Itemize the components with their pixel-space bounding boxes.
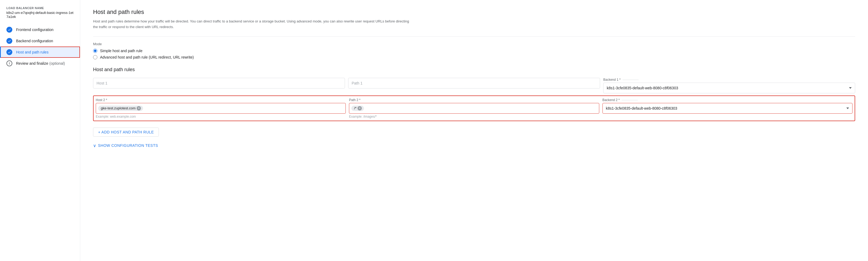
radio-group: Simple host and path rule Advanced host … (93, 49, 855, 59)
check-icon-backend (6, 38, 12, 44)
lb-label: Load Balancer name (6, 6, 73, 10)
backend-2-label: Backend 2 * (602, 98, 852, 102)
host-2-label: Host 2 * (96, 98, 346, 102)
host-2-input[interactable]: gke-test.zuplotest.com ✕ (96, 103, 346, 113)
radio-simple-input[interactable] (93, 49, 97, 53)
sidebar-label-frontend: Frontend configuration (16, 28, 54, 32)
main-content: Host and path rules Host and path rules … (80, 0, 868, 261)
col-path-1 (348, 78, 600, 89)
check-icon-frontend (6, 27, 12, 33)
page-title: Host and path rules (93, 8, 855, 15)
path-2-input[interactable]: /* ✕ (349, 103, 599, 113)
path-chip: /* ✕ (351, 106, 364, 111)
host-1-input[interactable] (93, 78, 345, 89)
radio-simple-label: Simple host and path rule (100, 49, 143, 53)
col-host-2: Host 2 * gke-test.zuplotest.com ✕ Exampl… (96, 98, 346, 119)
backend-1-select[interactable]: k8s1-3cfe0835-default-web-8080-c8f06303 (603, 83, 855, 93)
check-icon-host-path (6, 49, 12, 55)
backend-1-wrapper: k8s1-3cfe0835-default-web-8080-c8f06303 (603, 83, 855, 93)
col-backend-2: Backend 2 * k8s1-3cfe0835-default-web-80… (602, 98, 852, 113)
radio-simple[interactable]: Simple host and path rule (93, 49, 855, 53)
sidebar-label-review: Review and finalize (optional) (16, 61, 65, 66)
lb-name: k8s2-um-e7qoqfnj-default-basic-ingress-1… (6, 11, 73, 19)
radio-advanced-input[interactable] (93, 55, 97, 59)
sidebar-item-review[interactable]: i Review and finalize (optional) (0, 58, 80, 69)
sidebar-item-backend[interactable]: Backend configuration (0, 35, 80, 46)
show-config-button[interactable]: ∨ SHOW CONFIGURATION TESTS (93, 143, 158, 148)
path-2-example: Example: /images/* (349, 115, 599, 119)
mode-section: Mode Simple host and path rule Advanced … (93, 42, 855, 59)
host-chip-close[interactable]: ✕ (137, 106, 141, 110)
backend-2-select[interactable]: k8s1-3cfe0835-default-web-8080-c8f06303 (602, 103, 852, 113)
rule-row-1: Backend 1 * k8s1-3cfe0835-default-web-80… (93, 78, 855, 93)
rule-row-2-wrapper: Host 2 * gke-test.zuplotest.com ✕ Exampl… (93, 95, 855, 121)
path-chip-close[interactable]: ✕ (358, 106, 362, 110)
radio-advanced-label: Advanced host and path rule (URL redirec… (100, 55, 194, 59)
add-rule-button[interactable]: + ADD HOST AND PATH RULE (93, 128, 159, 137)
info-icon-review: i (6, 60, 12, 66)
col-host-1 (93, 78, 345, 89)
sidebar-item-frontend[interactable]: Frontend configuration (0, 24, 80, 35)
rules-section-title: Host and path rules (93, 67, 855, 72)
host-chip: gke-test.zuplotest.com ✕ (98, 106, 143, 111)
rule-row-2: Host 2 * gke-test.zuplotest.com ✕ Exampl… (96, 98, 852, 119)
path-2-label: Path 2 * (349, 98, 599, 102)
col-backend-1: Backend 1 * k8s1-3cfe0835-default-web-80… (603, 78, 855, 93)
divider-top (93, 36, 855, 37)
sidebar-label-host-path: Host and path rules (16, 50, 49, 54)
col-path-2: Path 2 * /* ✕ Example: /images/* (349, 98, 599, 119)
show-config-label: SHOW CONFIGURATION TESTS (98, 143, 158, 148)
sidebar-header: Load Balancer name k8s2-um-e7qoqfnj-defa… (0, 6, 80, 24)
host-2-example: Example: web.example.com (96, 115, 346, 119)
page-description: Host and path rules determine how your t… (93, 19, 414, 30)
backend-1-label: Backend 1 * (603, 78, 855, 81)
radio-advanced[interactable]: Advanced host and path rule (URL redirec… (93, 55, 855, 59)
sidebar-item-host-path[interactable]: Host and path rules (0, 46, 80, 58)
backend-2-wrapper: k8s1-3cfe0835-default-web-8080-c8f06303 (602, 103, 852, 113)
sidebar: Load Balancer name k8s2-um-e7qoqfnj-defa… (0, 0, 80, 261)
chevron-down-icon: ∨ (93, 143, 96, 148)
sidebar-label-backend: Backend configuration (16, 39, 53, 43)
add-rule-label: + ADD HOST AND PATH RULE (98, 130, 154, 134)
path-1-input[interactable] (348, 78, 600, 89)
mode-label: Mode (93, 42, 855, 46)
